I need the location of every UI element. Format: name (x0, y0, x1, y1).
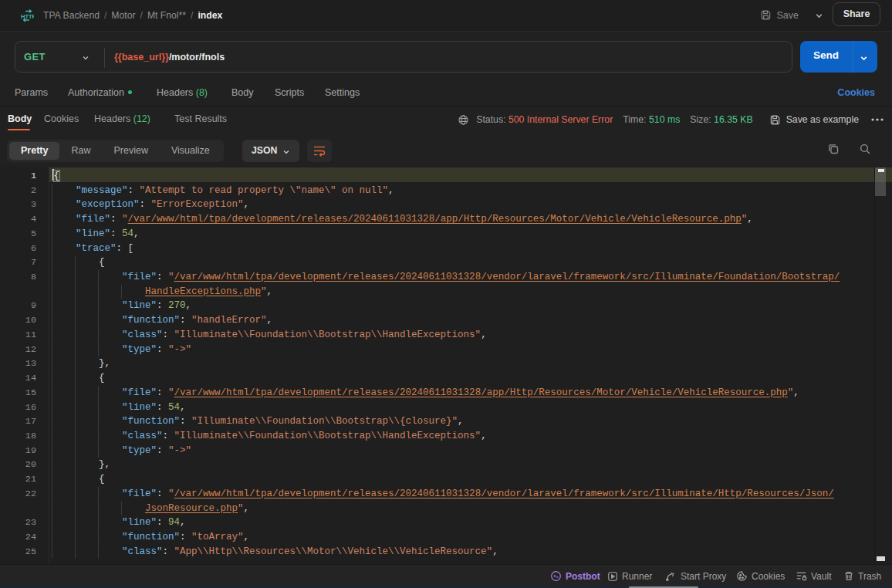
svg-text:HTTP: HTTP (21, 13, 34, 20)
